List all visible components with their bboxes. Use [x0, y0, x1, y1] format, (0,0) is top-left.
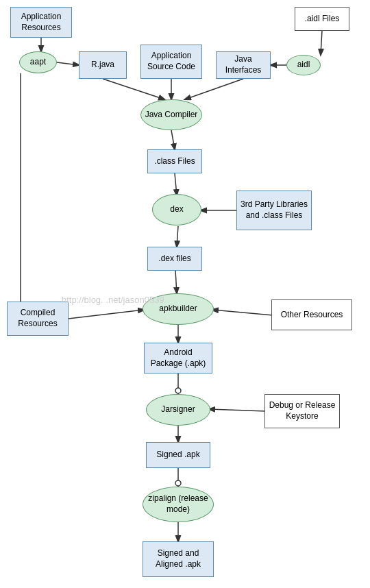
svg-line-10 [177, 226, 178, 247]
svg-point-17 [175, 388, 181, 393]
dex-ellipse: dex [152, 194, 201, 225]
watermark: http://blog. .net/jason0539 [62, 295, 164, 305]
svg-line-8 [175, 173, 177, 195]
aapt-ellipse: aapt [19, 51, 57, 73]
third-party-box: 3rd Party Libraries and .class Files [236, 191, 312, 230]
svg-line-4 [103, 79, 164, 99]
other-resources-box: Other Resources [271, 299, 352, 330]
diagram-container: Application Resources .aidl Files aapt R… [0, 0, 370, 588]
svg-line-2 [321, 31, 322, 55]
android-package-box: Android Package (.apk) [144, 343, 212, 373]
java-interfaces-box: Java Interfaces [216, 51, 271, 79]
dex-files-box: .dex files [147, 247, 202, 271]
aidl-ellipse: aidl [286, 55, 321, 75]
r-java-box: R.java [79, 51, 127, 79]
svg-line-11 [175, 271, 177, 293]
jarsigner-ellipse: Jarsigner [146, 394, 210, 426]
svg-line-20 [209, 409, 266, 411]
svg-line-15 [212, 310, 273, 315]
compiled-resources-box: Compiled Resources [7, 302, 69, 336]
app-resources-box: Application Resources [10, 7, 72, 38]
svg-line-1 [57, 62, 79, 65]
debug-keystore-box: Debug or Release Keystore [264, 394, 340, 428]
app-source-code-box: Application Source Code [140, 45, 202, 79]
signed-apk-box: Signed .apk [146, 442, 210, 468]
svg-line-7 [171, 130, 175, 149]
svg-point-22 [175, 480, 181, 486]
svg-line-12 [69, 310, 144, 319]
java-compiler-ellipse: Java Compiler [140, 99, 202, 130]
signed-aligned-box: Signed and Aligned .apk [143, 541, 214, 577]
zipalign-ellipse: zipalign (release mode) [143, 487, 214, 522]
aidl-files-box: .aidl Files [295, 7, 349, 31]
svg-line-6 [185, 79, 243, 99]
class-files-box: .class Files [147, 149, 202, 173]
